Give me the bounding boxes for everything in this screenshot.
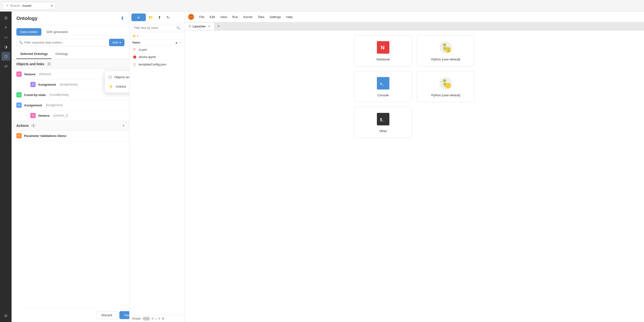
launcher-card-python2[interactable]: 🐍 Python [user-default] (417, 71, 474, 102)
file-search-input[interactable] (134, 26, 175, 30)
link-icon-2: ⋯ (24, 114, 27, 118)
actions-count-badge: 1 (30, 124, 36, 128)
file-list-header: Name ▲ ⋯ (130, 40, 184, 46)
entity-id-venture-link: [venture_1] (54, 114, 68, 117)
sidebar-icons: ⊞ ≡ ▭ ◑ ⬡ ⇄ ⚙ (0, 12, 12, 322)
launcher-tab-label: Launcher (192, 24, 206, 28)
new-file-button[interactable]: ＋ (132, 14, 146, 21)
svg-text:>_: >_ (380, 82, 384, 86)
ontology-upload-button[interactable]: ⬆ (120, 16, 124, 21)
cube-icon: ⬡ (108, 75, 112, 80)
search-icon: 🔍 (19, 41, 23, 44)
menu-edit[interactable]: Edit (207, 14, 217, 20)
menu-run[interactable]: Run (230, 14, 240, 20)
refresh-button[interactable]: ↻ (164, 14, 172, 21)
filter-input-wrapper: 🔍 (16, 39, 107, 46)
entity-name-venture: Venture (24, 72, 36, 76)
add-label: Add (112, 41, 118, 44)
launcher-card-other[interactable]: $_ Other (354, 107, 412, 138)
dropdown-actions-label: Actions (116, 85, 126, 88)
sidebar-icon-monitor[interactable]: ▭ (2, 33, 10, 42)
ontology-selection-tabs: Selected Ontology Ontology (12, 49, 129, 59)
entity-row-param-validations[interactable]: ✎ Parameter Validations Demo (12, 131, 129, 141)
add-button[interactable]: Add ▾ (109, 39, 124, 46)
menu-kernel[interactable]: Kernel (241, 14, 255, 20)
file-name-template-config: templateConfig.json (138, 62, 166, 66)
file-item-template-config[interactable]: {} templateConfig.json (130, 61, 184, 68)
ontology-ontology-tab[interactable]: Ontology (52, 49, 72, 59)
dropdown-actions[interactable]: ⚡ Actions (105, 82, 130, 91)
jupyter-panel: File Edit View Run Kernel Tabs Settings … (185, 12, 644, 322)
json-icon: {} (132, 62, 137, 66)
ontology-footer: Discard Save (23, 308, 130, 322)
sort-icon[interactable]: ▲ (175, 41, 178, 44)
entity-name-assignment-link: Assignment (38, 83, 56, 86)
menu-file[interactable]: File (197, 14, 207, 20)
file-name-ci-yml: ci.yml (138, 48, 146, 52)
flash-icon: ⚡ (108, 84, 113, 89)
launcher-card-console[interactable]: >_ Console (354, 71, 412, 102)
close-tab-icon[interactable]: ✕ (208, 24, 210, 28)
launcher-card-python1[interactable]: 🐍 🐍 Python [user-default] (417, 35, 474, 66)
svg-point-12 (445, 83, 451, 88)
sidebar-icon-chart[interactable]: ◑ (2, 42, 10, 51)
file-list: Y: ci.yml 🔴 stocks.ipynb {} templateConf… (130, 46, 184, 315)
menu-help[interactable]: Help (284, 14, 295, 20)
file-search-area: 🔍 (130, 23, 184, 33)
add-dropdown-menu: ⬡ Objects and links ⚡ Actions (104, 71, 130, 93)
launcher-icon: ⬡ (189, 24, 191, 28)
ontology-title: Ontology (16, 16, 38, 21)
folder-icon: 📁 (132, 34, 136, 38)
chevron-down-icon: ▾ (51, 4, 53, 8)
entity-name-venture-link: Venture (38, 114, 50, 118)
entity-icon-assignment-link: ✳ (30, 82, 36, 87)
selected-ontology-tab[interactable]: Selected Ontology (16, 49, 52, 59)
dropdown-objects-links[interactable]: ⬡ Objects and links (105, 72, 130, 82)
python2-label: Python [user-default] (431, 94, 460, 97)
menu-tabs[interactable]: Tabs (255, 14, 267, 20)
new-folder-button[interactable]: 📁 (147, 14, 154, 21)
filter-input[interactable] (24, 41, 104, 44)
simple-toggle[interactable] (143, 317, 150, 320)
save-button[interactable]: Save (119, 311, 130, 319)
sidebar-icon-layers[interactable]: ≡ (2, 23, 10, 32)
file-item-ci-yml[interactable]: Y: ci.yml (130, 46, 184, 54)
entity-icon-param: ✎ (16, 133, 22, 138)
sidebar-icon-grid[interactable]: ⊞ (2, 14, 10, 22)
notebook-icon: N (376, 40, 390, 55)
sidebar-icon-settings[interactable]: ⚙ (2, 312, 10, 320)
menu-view[interactable]: View (218, 14, 229, 20)
entity-id-assignment: [Assignment] (46, 104, 62, 107)
menu-settings[interactable]: Settings (267, 14, 283, 20)
sidebar-icon-flow[interactable]: ⇄ (2, 62, 10, 70)
sidebar-icon-cube[interactable]: ⬡ (2, 52, 10, 61)
branch-name: master (22, 4, 32, 8)
tab-sdk-generation[interactable]: SDK generation (42, 28, 72, 36)
more-icon[interactable]: ⋯ (179, 41, 182, 44)
launcher-grid: N Notebook 🐍 🐍 (354, 35, 474, 138)
actions-section-header: Actions 1 ▾ (12, 121, 129, 131)
discard-button[interactable]: Discard (96, 311, 117, 319)
entity-icon-covid: ▭ (16, 92, 22, 98)
svg-text:🐍: 🐍 (447, 48, 451, 52)
entity-id-covid: [CovidByState] (50, 93, 68, 96)
other-icon: $_ (376, 112, 390, 126)
kernel-icon: ⚙ (162, 317, 164, 320)
tab-data-entities[interactable]: Data entities (16, 28, 42, 36)
launcher-tab-item[interactable]: ⬡ Launcher ✕ (185, 22, 215, 30)
entity-row-assignment[interactable]: ✳ Assignment [Assignment] (12, 100, 129, 110)
add-tab-button[interactable]: + (215, 22, 222, 30)
entity-id-venture: [Venture] (40, 72, 51, 76)
branch-selector[interactable]: ⑂ Branch master ▾ (3, 2, 56, 10)
ontology-header: Ontology ⬆ (12, 12, 129, 25)
python1-label: Python [user-default] (431, 58, 460, 61)
entity-name-param: Parameter Validations Demo (24, 134, 66, 138)
entity-icon-venture: V (16, 72, 22, 77)
launcher-card-notebook[interactable]: N Notebook (354, 35, 412, 66)
file-item-stocks[interactable]: 🔴 stocks.ipynb (130, 54, 184, 61)
entity-row-venture-link[interactable]: ⋯ V Venture [venture_1] (12, 110, 129, 121)
jupyter-logo (188, 14, 194, 20)
upload-button[interactable]: ⬆ (156, 14, 163, 21)
entity-id-assignment-link: [assignments] (60, 83, 78, 86)
file-browser-panel: ＋ 📁 ⬆ ↻ 🔍 📁 / Name ▲ ⋯ Y: ci.ym (130, 12, 185, 322)
